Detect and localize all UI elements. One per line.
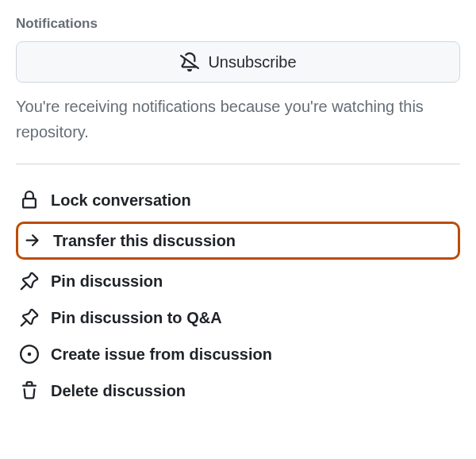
create-issue-action[interactable]: Create issue from discussion xyxy=(16,339,460,369)
pin-icon xyxy=(19,307,40,328)
action-label: Transfer this discussion xyxy=(53,232,236,250)
actions-list: Lock conversation Transfer this discussi… xyxy=(16,185,460,406)
notifications-section: Notifications Unsubscribe You're receivi… xyxy=(16,16,460,145)
trash-icon xyxy=(19,380,40,401)
issue-icon xyxy=(19,344,40,364)
arrow-right-icon xyxy=(21,230,42,251)
notifications-title: Notifications xyxy=(16,16,460,32)
lock-icon xyxy=(19,190,40,210)
pin-discussion-action[interactable]: Pin discussion xyxy=(16,266,460,296)
bell-slash-icon xyxy=(179,52,200,72)
unsubscribe-label: Unsubscribe xyxy=(208,53,296,71)
notifications-description: You're receiving notifications because y… xyxy=(16,94,460,145)
lock-conversation-action[interactable]: Lock conversation xyxy=(16,185,460,215)
action-label: Pin discussion xyxy=(51,272,163,291)
action-label: Delete discussion xyxy=(51,382,186,400)
transfer-discussion-action[interactable]: Transfer this discussion xyxy=(16,222,460,260)
action-label: Lock conversation xyxy=(51,191,191,210)
action-label: Pin discussion to Q&A xyxy=(51,309,222,327)
delete-discussion-action[interactable]: Delete discussion xyxy=(16,376,460,406)
pin-icon xyxy=(19,271,40,291)
pin-category-action[interactable]: Pin discussion to Q&A xyxy=(16,303,460,333)
divider xyxy=(16,164,460,164)
action-label: Create issue from discussion xyxy=(51,345,272,364)
unsubscribe-button[interactable]: Unsubscribe xyxy=(16,41,460,83)
